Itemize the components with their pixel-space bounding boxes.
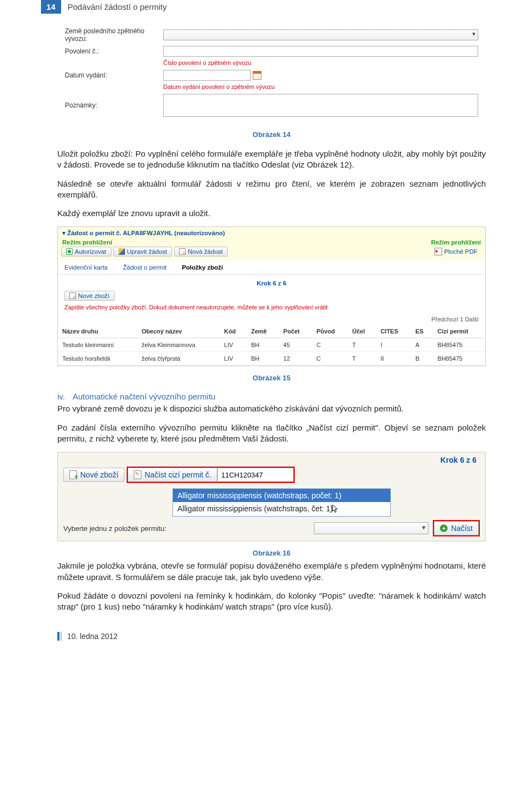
load-foreign-permit-button[interactable]: Načíst cizí permit č. <box>128 468 217 482</box>
paragraph-3: Každý exemplář lze znovu upravit a uloži… <box>57 208 486 219</box>
tab-permit-request[interactable]: Žádost o permit <box>123 264 166 274</box>
paragraph-5: Po zadání čísla externího vývozního perm… <box>57 422 486 445</box>
step-indicator: Krok 6 z 6 <box>58 452 485 467</box>
page-header: 14 Podávání žádostí o permity <box>41 0 486 14</box>
col-foreign-permit: Cizí permit <box>433 325 485 338</box>
mode-right: Režim prohlížení <box>431 239 481 246</box>
dropdown-option[interactable]: Alligator mississippiensis (watchstraps,… <box>173 489 390 502</box>
permit-item-select[interactable] <box>314 522 428 534</box>
label-permit-no: Povolení č.: <box>65 47 163 55</box>
permit-items-dropdown[interactable]: Alligator mississippiensis (watchstraps,… <box>172 488 391 517</box>
label-notes: Poznámky: <box>65 101 163 109</box>
col-purpose: Účel <box>348 325 376 338</box>
hint-permit-no: Číslo povolení o zpětném vývozu <box>163 59 478 66</box>
table-row[interactable]: Testudo horsfieldiiželva čtyřprstáLIVBH1… <box>58 352 485 366</box>
highlight-load-button: +Načíst <box>433 520 480 536</box>
load-button[interactable]: +Načíst <box>434 521 479 535</box>
step-indicator: Krok 6 z 6 <box>58 274 485 290</box>
cursor-icon <box>332 504 340 514</box>
select-country[interactable] <box>163 29 478 40</box>
label-issue-date: Datum vydání: <box>65 71 163 79</box>
highlight-load-permit: Načíst cizí permit č. <box>127 467 295 483</box>
authorize-button[interactable]: Autorizovat <box>61 247 111 256</box>
pdf-icon <box>434 248 442 255</box>
goods-note: Zapište všechny položky zboží. Dokud dok… <box>58 304 485 314</box>
new-icon <box>69 292 76 299</box>
page-footer: 10. ledna 2012 <box>57 632 486 641</box>
page-number: 14 <box>41 0 61 14</box>
tab-goods-items[interactable]: Položky zboží <box>182 264 223 274</box>
select-item-label: Vyberte jednu z položek permitu: <box>63 524 166 533</box>
request-title: ▾ Žádost o permit č. ALPA8FWJAYHL (neaut… <box>62 229 225 237</box>
col-origin: Původ <box>312 325 348 338</box>
flat-pdf-button[interactable]: Ploché PDF <box>430 247 482 256</box>
import-icon <box>134 470 141 479</box>
tab-evidence-card[interactable]: Evidenční karta <box>64 264 108 274</box>
pager[interactable]: Předchozí 1 Další <box>58 314 485 325</box>
footer-date: 10. ledna 2012 <box>61 632 486 641</box>
new-doc-icon <box>69 470 77 479</box>
permit-number-input[interactable] <box>217 468 294 482</box>
dropdown-option[interactable]: Alligator mississippiensis (watchstraps,… <box>173 502 390 516</box>
col-species: Název druhu <box>58 325 137 338</box>
caption-fig15: Obrázek 15 <box>57 374 486 382</box>
paragraph-1: Uložit položku zboží: Po vyplnění celého… <box>57 148 486 171</box>
col-count: Počet <box>279 325 312 338</box>
paragraph-6: Jakmile je položka vybrána, otevře se fo… <box>57 560 486 583</box>
col-code: Kód <box>220 325 247 338</box>
new-icon <box>179 248 186 255</box>
figure-form-reexport: Země posledního zpětného vývozu: Povolen… <box>57 21 486 123</box>
col-country: Země <box>247 325 279 338</box>
table-row[interactable]: Testudo kleinmanniželva KleinmannovaLIVB… <box>58 338 485 352</box>
paragraph-2: Následně se otevře aktuální formulář žád… <box>57 178 486 201</box>
new-request-button[interactable]: Nová žádost <box>174 247 228 256</box>
caption-fig16: Obrázek 16 <box>57 549 486 557</box>
col-cites: CITES <box>376 325 411 338</box>
edit-icon <box>118 248 125 255</box>
caption-fig14: Obrázek 14 <box>57 130 486 139</box>
plus-circle-icon: + <box>440 524 448 532</box>
new-goods-button[interactable]: Nové zboží <box>63 468 124 482</box>
goods-table: Název druhu Obecný název Kód Země Počet … <box>58 325 485 366</box>
figure-request-list: ▾ Žádost o permit č. ALPA8FWJAYHL (neaut… <box>57 226 486 366</box>
section-heading-iv: iv.Automatické načtení vývozního permitu <box>57 392 486 401</box>
calendar-icon[interactable] <box>253 71 261 80</box>
col-es: ES <box>411 325 433 338</box>
paragraph-4: Pro vybrané země dovozu je k dispozici s… <box>57 403 486 414</box>
figure-load-permit: Krok 6 z 6 Nové zboží Načíst cizí permit… <box>57 452 486 541</box>
label-country: Země posledního zpětného vývozu: <box>65 27 163 43</box>
paragraph-7: Pokud žádáte o dovozní povolení na řemín… <box>57 590 486 613</box>
new-goods-button[interactable]: Nové zboží <box>64 291 115 301</box>
tabs: Evidenční karta Žádost o permit Položky … <box>58 260 485 274</box>
edit-request-button[interactable]: Upravit žádost <box>114 247 172 256</box>
textarea-notes[interactable] <box>163 94 478 117</box>
check-icon <box>66 248 73 255</box>
page-title: Podávání žádostí o permity <box>61 0 174 14</box>
mode-left: Režim prohlížení <box>62 239 112 246</box>
hint-issue-date: Datum vydání povolení o zpětném vývozu <box>163 83 478 90</box>
input-permit-no[interactable] <box>163 46 478 57</box>
col-common: Obecný název <box>137 325 219 338</box>
input-issue-date[interactable] <box>163 70 251 81</box>
